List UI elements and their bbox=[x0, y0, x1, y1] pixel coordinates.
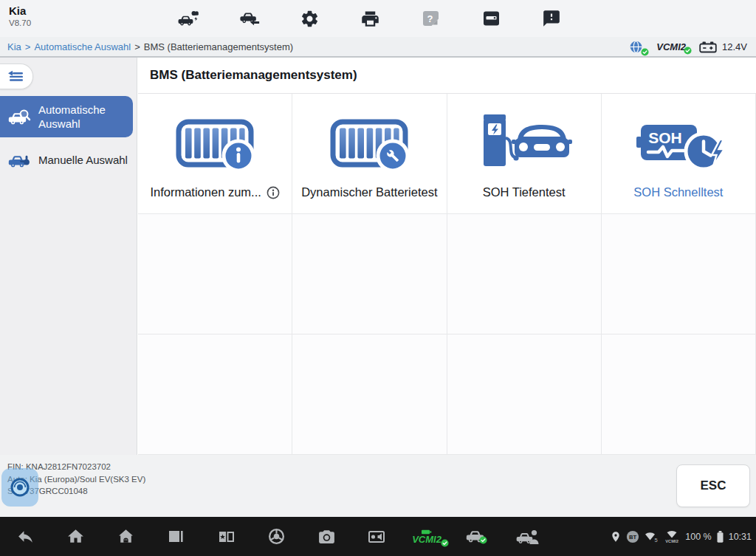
card-soh-quick-test[interactable]: SOH SOH Schnelltest bbox=[602, 94, 756, 214]
settings-gear-icon[interactable] bbox=[298, 7, 320, 30]
empty-grid-cell bbox=[602, 334, 756, 455]
soh-battery-clock-icon: SOH bbox=[630, 100, 726, 178]
function-grid: Informationen zum... bbox=[138, 94, 756, 455]
card-label: Dynamischer Batterietest bbox=[301, 185, 437, 199]
split-screen-icon[interactable] bbox=[201, 528, 251, 546]
feedback-icon[interactable] bbox=[540, 7, 563, 30]
vci-nav-label: VCMI2 bbox=[412, 535, 441, 544]
status-cluster[interactable]: BT 5 VCMI2 100 % 10:31 bbox=[610, 517, 752, 556]
page-title: BMS (Batteriemanagementsystem) bbox=[138, 58, 756, 94]
breadcrumb-separator: > bbox=[25, 41, 31, 52]
battery-percent: 100 % bbox=[685, 532, 711, 542]
brand-name: Kia bbox=[9, 4, 31, 18]
app-header: Kia V8.70 bbox=[0, 0, 756, 37]
check-icon bbox=[684, 47, 692, 55]
battery-module-wrench-icon bbox=[321, 100, 417, 178]
chrome-icon[interactable] bbox=[251, 527, 301, 546]
wifi-vci-icon: VCMI2 bbox=[663, 529, 681, 543]
network-status[interactable] bbox=[629, 40, 643, 54]
android-navbar: VCMI2 BT bbox=[0, 517, 756, 556]
status-battery-icon bbox=[716, 530, 724, 543]
card-label: Informationen zum... bbox=[150, 185, 261, 199]
info-circle-icon[interactable] bbox=[267, 186, 280, 199]
diagnostic-app-screen: Kia V8.70 bbox=[0, 0, 756, 556]
card-dynamic-battery-test[interactable]: Dynamischer Batterietest bbox=[292, 94, 447, 214]
auto-select-car-icon bbox=[7, 109, 31, 126]
vehicle-cloud-icon[interactable] bbox=[177, 7, 199, 30]
vcmi-status-icon[interactable]: VCMI2 bbox=[402, 529, 452, 544]
empty-grid-cell bbox=[292, 334, 447, 455]
breadcrumb-bar: Kia > Automatische Auswahl > BMS (Batter… bbox=[0, 37, 756, 58]
vci-label: VCMI2 bbox=[656, 41, 686, 52]
check-icon bbox=[441, 539, 449, 547]
collapse-menu-icon bbox=[7, 70, 25, 83]
ev-charging-car-icon bbox=[476, 100, 572, 178]
svg-text:5: 5 bbox=[655, 537, 658, 543]
battery-module-info-icon bbox=[167, 100, 263, 178]
svg-text:BT: BT bbox=[629, 533, 637, 540]
save-icon[interactable] bbox=[480, 7, 502, 30]
app-version: V8.70 bbox=[9, 18, 31, 29]
vci-device-icon bbox=[9, 476, 31, 498]
empty-grid-cell bbox=[138, 334, 292, 455]
vehicle-voltage-status[interactable]: 12.4V bbox=[699, 41, 747, 53]
footer-bar: FIN: KNAJ2812FN7023702 Auto: Kia (Europa… bbox=[0, 455, 756, 517]
vci-floating-button[interactable] bbox=[1, 468, 38, 507]
esc-button[interactable]: ESC bbox=[676, 464, 750, 507]
vehicle-connected-icon[interactable] bbox=[452, 528, 502, 545]
wifi-icon: 5 bbox=[644, 530, 659, 543]
voltage-battery-icon bbox=[699, 41, 718, 53]
clock-time: 10:31 bbox=[729, 532, 752, 542]
card-label: SOH Schnelltest bbox=[633, 185, 723, 199]
vci-status[interactable]: VCMI2 bbox=[656, 41, 686, 52]
header-toolbar: ? bbox=[177, 0, 563, 37]
sidebar: Automatische Auswahl Manuelle Auswahl bbox=[0, 58, 137, 455]
sidebar-item-manuelle-auswahl[interactable]: Manuelle Auswahl bbox=[0, 145, 137, 175]
help-icon[interactable]: ? bbox=[419, 7, 441, 30]
home-icon[interactable] bbox=[50, 527, 100, 546]
print-icon[interactable] bbox=[359, 7, 381, 30]
location-icon bbox=[610, 531, 622, 543]
display-volume-icon[interactable] bbox=[351, 528, 402, 546]
sidebar-item-automatische-auswahl[interactable]: Automatische Auswahl bbox=[0, 96, 133, 137]
android-home-icon[interactable] bbox=[100, 527, 151, 546]
card-battery-information[interactable]: Informationen zum... bbox=[138, 94, 292, 214]
empty-grid-cell bbox=[447, 214, 602, 334]
camera-icon[interactable] bbox=[301, 527, 351, 546]
breadcrumb-separator: > bbox=[134, 41, 140, 52]
vehicle-swap-icon[interactable] bbox=[238, 7, 260, 30]
sidebar-collapse-button[interactable] bbox=[0, 64, 33, 89]
breadcrumb-link-auto-select[interactable]: Automatische Auswahl bbox=[34, 41, 131, 52]
breadcrumb-link-kia[interactable]: Kia bbox=[7, 41, 21, 52]
empty-grid-cell bbox=[447, 334, 602, 455]
voltage-value: 12.4V bbox=[722, 41, 747, 52]
vehicle-user-icon[interactable] bbox=[502, 528, 552, 545]
svg-text:?: ? bbox=[427, 13, 433, 24]
back-icon[interactable] bbox=[0, 527, 50, 546]
manual-select-car-icon bbox=[7, 151, 31, 168]
sidebar-menu: Automatische Auswahl Manuelle Auswahl bbox=[0, 96, 137, 182]
card-soh-deep-test[interactable]: SOH Tiefentest bbox=[447, 94, 602, 214]
connection-status-cluster: VCMI2 12.4V bbox=[629, 40, 747, 54]
vehicle-brand-block: Kia V8.70 bbox=[9, 4, 31, 29]
svg-text:VCMI2: VCMI2 bbox=[665, 539, 678, 543]
svg-text:SOH: SOH bbox=[648, 129, 682, 146]
card-label: SOH Tiefentest bbox=[483, 185, 566, 199]
empty-grid-cell bbox=[138, 214, 292, 334]
bluetooth-icon: BT bbox=[626, 530, 639, 543]
empty-grid-cell bbox=[602, 214, 756, 334]
sidebar-item-label: Manuelle Auswahl bbox=[38, 153, 128, 167]
recent-apps-icon[interactable] bbox=[151, 528, 201, 546]
empty-grid-cell bbox=[292, 214, 447, 334]
breadcrumb-current: BMS (Batteriemanagementsystem) bbox=[144, 41, 293, 52]
check-icon bbox=[641, 48, 649, 56]
main-content: BMS (Batteriemanagementsystem) Informati… bbox=[138, 58, 756, 455]
sidebar-item-label: Automatische Auswahl bbox=[38, 103, 126, 131]
